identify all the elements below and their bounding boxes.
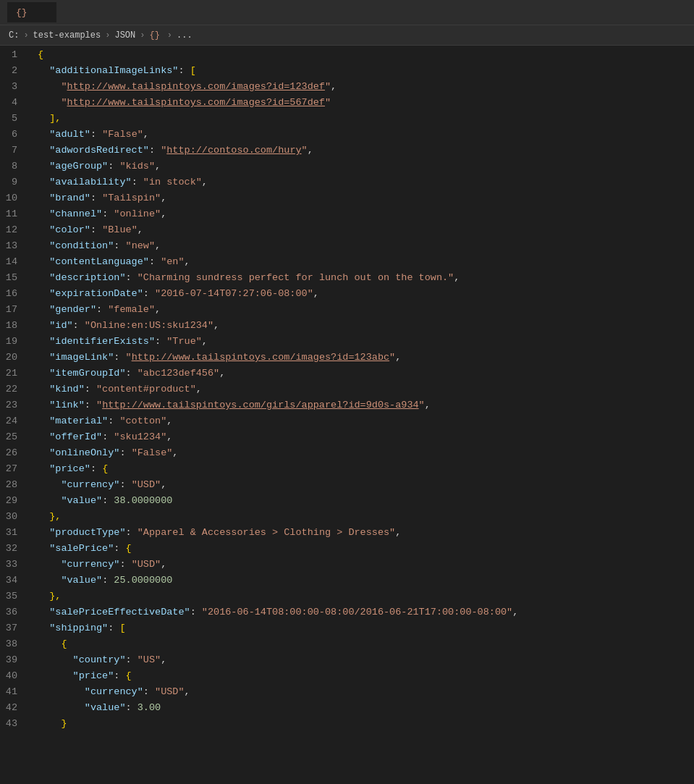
code-line: "contentLanguage": "en", bbox=[38, 254, 694, 270]
code-line: }, bbox=[38, 509, 694, 525]
json-file-icon: {} bbox=[16, 7, 27, 18]
line-number: 35 bbox=[0, 589, 25, 604]
line-number: 6 bbox=[0, 127, 25, 143]
line-number: 7 bbox=[0, 143, 25, 159]
code-line: "http://www.tailspintoys.com/images?id=5… bbox=[38, 95, 694, 111]
code-line: "currency": "USD", bbox=[38, 557, 694, 573]
code-line: "imageLink": "http://www.tailspintoys.co… bbox=[38, 350, 694, 366]
code-line: "adult": "False", bbox=[38, 127, 694, 143]
line-number: 27 bbox=[0, 461, 25, 477]
line-number: 1 bbox=[0, 47, 25, 63]
code-line: "availability": "in stock", bbox=[38, 174, 694, 190]
breadcrumb-folder-test: test-examples bbox=[33, 30, 101, 41]
line-number: 13 bbox=[0, 238, 25, 254]
line-number: 3 bbox=[0, 79, 25, 95]
line-number: 10 bbox=[0, 190, 25, 206]
code-line: "description": "Charming sundress perfec… bbox=[38, 270, 694, 286]
line-number: 4 bbox=[0, 95, 25, 111]
code-line: { bbox=[38, 636, 694, 652]
code-line: { bbox=[38, 47, 694, 63]
line-number: 22 bbox=[0, 382, 25, 397]
line-number: 34 bbox=[0, 573, 25, 589]
code-line: "id": "Online:en:US:sku1234", bbox=[38, 318, 694, 334]
line-number: 21 bbox=[0, 366, 25, 382]
line-number: 15 bbox=[0, 270, 25, 286]
code-line: "condition": "new", bbox=[38, 238, 694, 254]
title-bar: {} bbox=[0, 0, 694, 25]
line-number: 18 bbox=[0, 318, 25, 334]
code-line: "kind": "content#product", bbox=[38, 382, 694, 397]
line-number: 43 bbox=[0, 716, 25, 732]
line-number: 14 bbox=[0, 254, 25, 270]
code-line: "expirationDate": "2016-07-14T07:27:06-0… bbox=[38, 286, 694, 302]
line-number: 8 bbox=[0, 159, 25, 174]
code-line: "currency": "USD", bbox=[38, 684, 694, 700]
line-number: 16 bbox=[0, 286, 25, 302]
code-line: ], bbox=[38, 111, 694, 127]
breadcrumb-file-icon: {} bbox=[149, 30, 159, 41]
code-line: "color": "Blue", bbox=[38, 222, 694, 238]
line-number: 40 bbox=[0, 668, 25, 684]
code-line: "material": "cotton", bbox=[38, 413, 694, 429]
code-line: }, bbox=[38, 589, 694, 604]
line-number: 25 bbox=[0, 429, 25, 445]
breadcrumb-drive: C: bbox=[9, 30, 19, 41]
line-number: 19 bbox=[0, 334, 25, 350]
code-line: "currency": "USD", bbox=[38, 477, 694, 493]
code-line: "ageGroup": "kids", bbox=[38, 159, 694, 174]
breadcrumb-folder-json: JSON bbox=[114, 30, 135, 41]
line-number: 30 bbox=[0, 509, 25, 525]
line-number: 9 bbox=[0, 174, 25, 190]
line-number: 11 bbox=[0, 206, 25, 222]
code-line: "country": "US", bbox=[38, 652, 694, 668]
line-number: 12 bbox=[0, 222, 25, 238]
line-number: 37 bbox=[0, 620, 25, 636]
code-line: "shipping": [ bbox=[38, 620, 694, 636]
code-line: "identifierExists": "True", bbox=[38, 334, 694, 350]
line-number: 39 bbox=[0, 652, 25, 668]
line-number: 32 bbox=[0, 541, 25, 557]
code-line: "salePrice": { bbox=[38, 541, 694, 557]
code-line: "channel": "online", bbox=[38, 206, 694, 222]
line-number: 41 bbox=[0, 684, 25, 700]
code-content[interactable]: { "additionalImageLinks": [ "http://www.… bbox=[30, 46, 694, 784]
breadcrumb: C: › test-examples › JSON › {} › ... bbox=[0, 25, 694, 46]
code-line: "price": { bbox=[38, 668, 694, 684]
code-line: "onlineOnly": "False", bbox=[38, 445, 694, 461]
line-number: 33 bbox=[0, 557, 25, 573]
code-line: "http://www.tailspintoys.com/images?id=1… bbox=[38, 79, 694, 95]
code-line: "salePriceEffectiveDate": "2016-06-14T08… bbox=[38, 604, 694, 620]
line-number: 38 bbox=[0, 636, 25, 652]
code-line: "brand": "Tailspin", bbox=[38, 190, 694, 206]
tab-close-button[interactable] bbox=[36, 7, 48, 18]
line-number: 31 bbox=[0, 525, 25, 541]
code-line: } bbox=[38, 716, 694, 732]
breadcrumb-sep-4: › bbox=[167, 30, 172, 41]
line-number: 17 bbox=[0, 302, 25, 318]
line-number: 28 bbox=[0, 477, 25, 493]
line-number: 29 bbox=[0, 493, 25, 509]
code-line: "itemGroupId": "abc123def456", bbox=[38, 366, 694, 382]
breadcrumb-ellipsis: ... bbox=[177, 30, 192, 41]
code-line: "gender": "female", bbox=[38, 302, 694, 318]
breadcrumb-sep-1: › bbox=[23, 30, 28, 41]
line-number: 36 bbox=[0, 604, 25, 620]
line-number: 5 bbox=[0, 111, 25, 127]
code-line: "value": 25.0000000 bbox=[38, 573, 694, 589]
breadcrumb-sep-3: › bbox=[140, 30, 145, 41]
line-number: 23 bbox=[0, 397, 25, 413]
line-number: 2 bbox=[0, 63, 25, 79]
line-number: 20 bbox=[0, 350, 25, 366]
breadcrumb-sep-2: › bbox=[105, 30, 110, 41]
editor-area: 1234567891011121314151617181920212223242… bbox=[0, 46, 694, 784]
code-line: "productType": "Apparel & Accessories > … bbox=[38, 525, 694, 541]
code-line: "value": 38.0000000 bbox=[38, 493, 694, 509]
line-number: 26 bbox=[0, 445, 25, 461]
line-numbers: 1234567891011121314151617181920212223242… bbox=[0, 46, 30, 784]
code-line: "additionalImageLinks": [ bbox=[38, 63, 694, 79]
code-line: "value": 3.00 bbox=[38, 700, 694, 716]
code-line: "offerId": "sku1234", bbox=[38, 429, 694, 445]
editor-tab[interactable]: {} bbox=[7, 2, 56, 22]
code-line: "adwordsRedirect": "http://contoso.com/h… bbox=[38, 143, 694, 159]
code-line: "link": "http://www.tailspintoys.com/gir… bbox=[38, 397, 694, 413]
